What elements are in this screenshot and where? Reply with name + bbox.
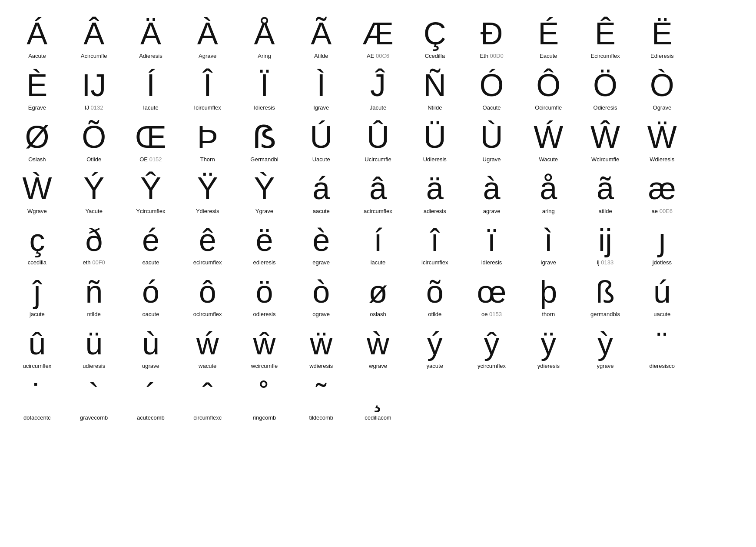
glyph-character: Þ: [197, 120, 218, 154]
glyph-cell: ÀAgrave: [179, 13, 236, 65]
glyph-label: aring: [542, 208, 555, 215]
glyph-cell: ẁwgrave: [350, 323, 407, 375]
glyph-character: è: [312, 223, 330, 257]
glyph-cell: ´acutecomb: [123, 374, 179, 426]
glyph-cell: ẅwdieresis: [293, 323, 350, 375]
glyph-label: jacute: [30, 311, 45, 318]
glyph-character: Œ: [135, 120, 166, 154]
glyph-character: Ú: [310, 120, 332, 154]
glyph-label: ij 0133: [597, 259, 613, 266]
glyph-cell: ẂWacute: [520, 117, 577, 168]
glyph-label: Oacute: [483, 104, 501, 111]
glyph-character: Â: [83, 17, 104, 51]
glyph-character: ò: [312, 275, 330, 309]
glyph-cell: `gravecomb: [66, 374, 123, 426]
glyph-label: IJ 0132: [85, 104, 103, 111]
glyph-character: ˚: [259, 378, 269, 412]
glyph-cell: ỲYgrave: [236, 168, 293, 220]
glyph-label: ccedilla: [28, 259, 46, 266]
glyph-character: å: [540, 171, 557, 206]
glyph-cell: œoe 0153: [463, 271, 520, 323]
glyph-label: otilde: [428, 311, 441, 318]
glyph-character: ỳ: [597, 327, 613, 361]
glyph-character: Ü: [424, 120, 446, 154]
glyph-character: Ò: [650, 68, 674, 103]
glyph-label: egrave: [312, 259, 330, 266]
glyph-character: ˙: [32, 378, 42, 412]
glyph-character: ù: [142, 327, 159, 361]
glyph-cell: õotilde: [406, 271, 463, 323]
glyph-character: ï: [487, 223, 496, 257]
glyph-cell: ãatilde: [577, 168, 634, 220]
glyph-cell: ˜tildecomb: [293, 374, 350, 426]
glyph-character: á: [312, 171, 330, 206]
glyph-label: aacute: [313, 208, 330, 215]
glyph-character: ó: [142, 275, 159, 309]
glyph-label: Wdieresis: [650, 156, 674, 163]
glyph-cell: àagrave: [463, 168, 520, 220]
glyph-character: ĵ: [33, 275, 40, 309]
glyph-cell: òograve: [293, 271, 350, 323]
glyph-label: tildecomb: [309, 414, 333, 421]
glyph-cell: ÇCcedilla: [406, 13, 463, 65]
glyph-cell: ÂAcircumfle: [66, 13, 123, 65]
glyph-label: cedillacom: [365, 414, 391, 421]
glyph-cell: ÝYacute: [66, 168, 123, 220]
glyph-character: æ: [648, 171, 676, 206]
glyph-cell: ỳygrave: [577, 323, 634, 375]
glyph-label: gravecomb: [80, 414, 108, 421]
glyph-label: Adieresis: [139, 53, 162, 60]
glyph-character: Ĵ: [370, 68, 386, 103]
glyph-cell: ˆcircumflexc: [179, 374, 236, 426]
glyph-character: IJ: [82, 68, 106, 103]
glyph-character: Ã: [311, 17, 332, 51]
glyph-character: Ŷ: [140, 171, 161, 206]
glyph-label: AE 00C6: [367, 53, 389, 60]
glyph-label: Eacute: [540, 53, 557, 60]
glyph-character: î: [431, 223, 439, 257]
glyph-label: eacute: [142, 259, 159, 266]
glyph-cell: ÿydieresis: [520, 323, 577, 375]
glyph-label: atilde: [599, 208, 612, 215]
glyph-character: ø: [368, 275, 388, 309]
glyph-label: circumflexc: [193, 414, 222, 421]
glyph-character: Ø: [25, 120, 49, 154]
glyph-cell: ôocircumflex: [179, 271, 236, 323]
glyph-cell: ËEdieresis: [633, 13, 690, 65]
glyph-label: Germandbl: [250, 156, 278, 163]
glyph-character: Ë: [652, 17, 673, 51]
glyph-label: Agrave: [199, 53, 216, 60]
glyph-label: wcircumfle: [251, 363, 278, 370]
glyph-character: ä: [426, 171, 444, 206]
glyph-label: Acircumfle: [81, 53, 107, 60]
glyph-cell: ØOslash: [9, 117, 66, 168]
glyph-cell: ŷycircumflex: [463, 323, 520, 375]
glyph-label: adieresis: [424, 208, 446, 215]
glyph-cell: ïidieresis: [463, 220, 520, 271]
glyph-cell: ÓOacute: [463, 65, 520, 117]
glyph-cell: ÉEacute: [520, 13, 577, 65]
glyph-label: Yacute: [85, 208, 103, 215]
glyph-cell: ŒOE 0152: [123, 117, 179, 168]
glyph-character: Õ: [82, 120, 106, 154]
glyph-character: à: [483, 171, 501, 206]
glyph-cell: âacircumflex: [350, 168, 407, 220]
glyph-label: oacute: [142, 311, 159, 318]
glyph-cell: þthorn: [520, 271, 577, 323]
glyph-label: idieresis: [481, 259, 502, 266]
glyph-character: Ù: [481, 120, 503, 154]
glyph-character: õ: [426, 275, 444, 309]
glyph-character: ç: [29, 223, 45, 257]
glyph-label: Ygrave: [255, 208, 273, 215]
glyph-label: wacute: [199, 363, 216, 370]
glyph-character: ß: [596, 275, 615, 309]
glyph-character: À: [197, 17, 218, 51]
glyph-label: eth 00F0: [83, 259, 105, 266]
glyph-character: Í: [146, 68, 155, 103]
glyph-label: Oslash: [28, 156, 46, 163]
glyph-label: OE 0152: [139, 156, 162, 163]
glyph-label: Aring: [258, 53, 271, 60]
glyph-cell: áaacute: [293, 168, 350, 220]
glyph-cell: ÚUacute: [293, 117, 350, 168]
glyph-label: Ograve: [653, 104, 672, 111]
